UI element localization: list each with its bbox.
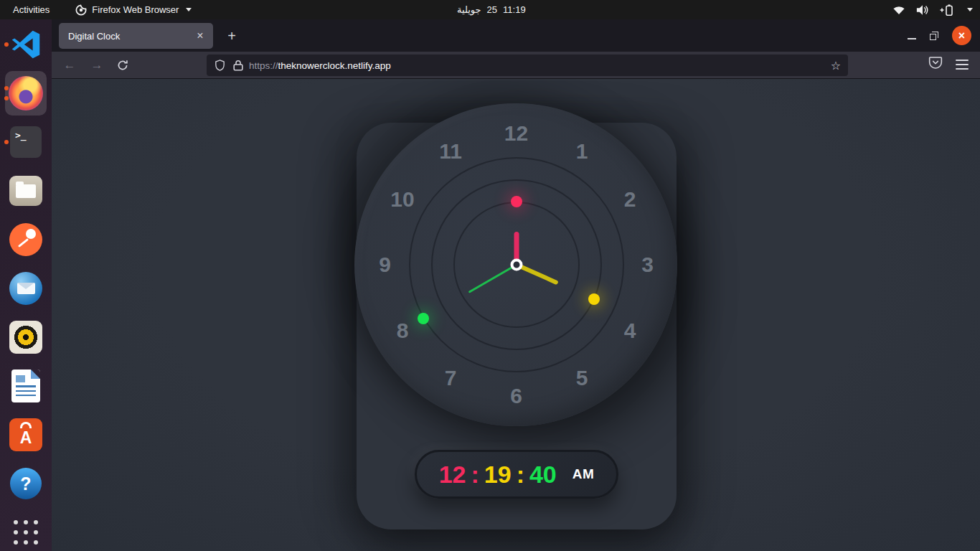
gnome-top-bar: Activities Firefox Web Browser جويلية 25… [0,0,980,19]
topbar-date-month: جويلية [457,4,481,15]
digital-separator: : [517,461,524,489]
clock-number: 7 [445,366,457,390]
ubuntu-software-icon: A [9,418,42,451]
url-text: https://theknowerclock.netlify.app [249,60,391,71]
clock-number: 10 [390,187,414,212]
chevron-down-icon [186,8,192,11]
clock-number: 3 [641,253,654,277]
digital-meridiem: AM [573,466,595,482]
back-button[interactable]: ← [59,55,80,75]
help-icon: ? [10,468,42,499]
clock-center-cap [510,259,522,271]
digital-time-display: 12 : 19 : 40 AM [415,450,618,499]
minute-marker [588,293,600,305]
bookmark-star-icon[interactable]: ☆ [831,59,841,72]
reload-icon [117,60,128,71]
wifi-icon [892,5,905,15]
page-content: 123456789101112 12 : 19 : 40 AM [52,80,980,551]
tab-digital-clock[interactable]: Digital Clock × [59,23,213,49]
clock-number: 8 [397,319,409,343]
postman-icon [9,223,42,256]
clock-number: 4 [624,319,636,343]
clock-number: 11 [439,139,462,164]
chevron-down-icon [967,8,973,11]
minimize-button[interactable] [908,38,916,39]
running-indicator [4,86,9,90]
digital-minutes: 19 [484,461,512,489]
tab-title: Digital Clock [68,31,120,42]
dock-item-firefox[interactable] [0,69,52,118]
rhythmbox-icon [9,321,42,354]
tracking-protection-shield-icon[interactable] [214,59,226,72]
clock-number: 12 [504,121,528,146]
files-icon [9,176,42,206]
close-button[interactable]: × [952,26,971,45]
ubuntu-dock: >_ A ? [0,19,52,551]
reload-button[interactable] [112,55,133,75]
vscode-icon [10,29,42,60]
dock-item-show-applications[interactable] [0,508,52,551]
system-tray[interactable] [892,4,973,16]
app-menu-label: Firefox Web Browser [92,4,179,15]
running-indicator [4,96,9,100]
window-controls: × [908,19,971,52]
running-indicator [4,140,9,144]
dock-item-postman[interactable] [0,215,52,264]
firefox-mono-icon [75,4,87,16]
tab-bar: Digital Clock × + × [52,19,980,52]
forward-button[interactable]: → [86,55,108,75]
thunderbird-icon [9,272,42,305]
new-tab-button[interactable]: + [221,25,242,47]
dock-item-libreoffice-writer[interactable] [0,362,52,410]
pocket-button[interactable] [928,56,943,70]
clock-number: 5 [576,366,588,390]
clock-number: 1 [576,139,588,164]
pocket-icon [928,56,943,70]
second-marker [418,313,429,324]
volume-icon [915,4,929,16]
clock-number: 2 [624,187,636,212]
menu-button[interactable] [956,60,969,70]
topbar-clock[interactable]: جويلية 25 11:19 [457,4,526,15]
hour-marker [511,196,522,207]
topbar-time: 11:19 [503,4,526,15]
dock-item-vscode[interactable] [0,20,52,69]
terminal-icon: >_ [10,126,42,158]
digital-separator: : [471,461,479,489]
restore-button[interactable] [930,32,938,40]
firefox-window: Digital Clock × + × ← → https:/ [52,19,980,551]
clock-number: 9 [379,253,391,277]
lock-icon[interactable] [233,60,243,71]
topbar-date-day: 25 [487,4,497,15]
tab-close-button[interactable]: × [193,29,207,43]
libreoffice-writer-icon [11,369,40,402]
dock-item-rhythmbox[interactable] [0,313,52,362]
active-app-highlight [5,71,47,116]
digital-hours: 12 [439,461,466,489]
clock-number: 6 [510,384,522,408]
digital-seconds: 40 [529,461,557,489]
app-menu[interactable]: Firefox Web Browser [75,4,192,16]
running-indicator [4,42,9,47]
dock-item-thunderbird[interactable] [0,264,52,313]
battery-charging-icon [939,4,955,16]
url-bar[interactable]: https://theknowerclock.netlify.app ☆ [207,55,848,76]
app-grid-icon [14,520,38,545]
dock-item-terminal[interactable]: >_ [0,118,52,166]
dock-item-help[interactable]: ? [0,459,52,508]
dock-item-ubuntu-software[interactable]: A [0,410,52,459]
activities-button[interactable]: Activities [0,0,62,19]
dock-item-files[interactable] [0,166,52,215]
